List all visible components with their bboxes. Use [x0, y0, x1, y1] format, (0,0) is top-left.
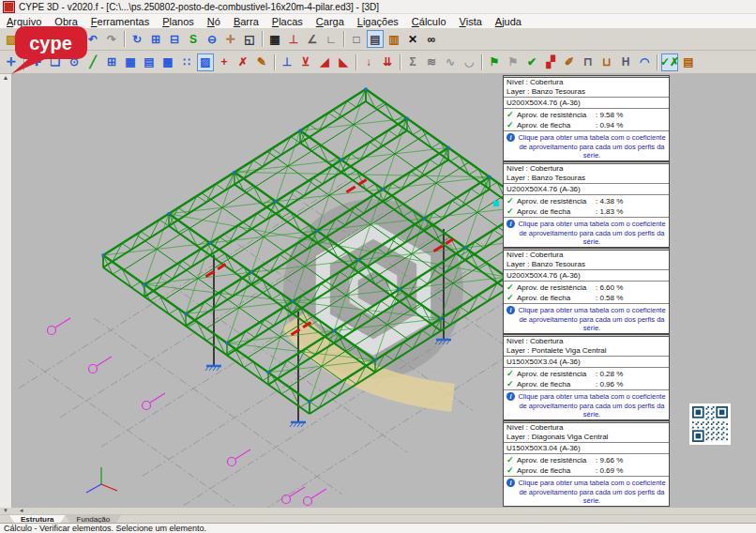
grid-manager-icon[interactable]: ⊞ [103, 53, 120, 71]
card-checks: ✓Aprov. de resistência: 4.38 %✓Aprov. de… [504, 195, 669, 218]
menu-item-ajuda[interactable]: Ajuda [489, 16, 528, 27]
search-icon[interactable]: ∞ [423, 30, 440, 48]
bar-info-card: C: Barra N51/N386 - 1 mNível : Cobertura… [503, 334, 670, 420]
card-check-row: ✓Aprov. de resistência: 4.38 % [507, 196, 666, 206]
info-text: Clique para obter uma tabela com o coefi… [518, 306, 666, 333]
measure-angle-icon[interactable]: ∠ [304, 30, 321, 48]
card-meta-row: Nível : Cobertura [507, 251, 666, 260]
card-check-row: ✓Aprov. de resistência: 6.60 % [507, 282, 666, 293]
surface-load-icon[interactable]: ⇊ [379, 53, 396, 71]
reference-axes-icon[interactable]: ⊥ [285, 30, 302, 48]
card-meta-row: Layer : Banzo Tesouras [507, 174, 666, 183]
menu-item-planos[interactable]: Planos [156, 16, 201, 27]
check-icon: ✓ [507, 120, 517, 130]
pan-up-arrow[interactable]: ▲ [3, 74, 9, 81]
card-meta-row: Layer : Banzo Tesouras [507, 87, 666, 97]
snap-grid-icon[interactable]: ▨ [197, 53, 214, 71]
deflection-limits-icon[interactable]: ◡ [461, 53, 477, 71]
check-label: Aprov. de flecha [517, 379, 596, 389]
sections-view-icon[interactable]: H [617, 53, 634, 71]
support-fixed-icon[interactable]: ⊻ [297, 53, 314, 71]
zoom-previous-icon[interactable]: ⊟ [166, 30, 183, 48]
card-check-row: ✓Aprov. de flecha: 1.83 % [507, 206, 666, 217]
check-value: : 9.66 % [596, 455, 623, 465]
card-check-row: ✓Aprov. de flecha: 0.58 % [507, 293, 666, 303]
card-checks: ✓Aprov. de resistência: 9.58 %✓Aprov. de… [504, 109, 669, 131]
text-window-icon[interactable]: ▤ [367, 30, 384, 48]
add-node-icon[interactable]: + [216, 53, 233, 71]
pan-down-arrow[interactable]: ▼ [3, 508, 8, 513]
title-bar: CYPE 3D - v2020.f - [C:\...\ps.250802-po… [0, 0, 756, 14]
menu-item-ligacoes[interactable]: Ligações [351, 16, 405, 27]
hinge-start-icon[interactable]: ◢ [316, 53, 333, 71]
hinge-end-icon[interactable]: ◣ [335, 53, 352, 71]
card-info-link[interactable]: iClique para obter uma tabela com o coef… [504, 477, 669, 506]
card-info-link[interactable]: iClique para obter uma tabela com o coef… [504, 304, 669, 333]
edit-bar-icon[interactable]: ✎ [253, 53, 270, 71]
card-profile: U200X50X4.76 (A-36) [504, 98, 669, 109]
menu-item-barra[interactable]: Barra [227, 16, 265, 27]
new-window-icon[interactable]: □ [348, 30, 365, 48]
deformed-shape-icon[interactable]: ◠ [636, 53, 653, 71]
card-meta: Nível : CoberturaLayer : Banzo Tesouras [504, 251, 669, 270]
snapshot-icon[interactable]: ▦ [266, 30, 283, 48]
zoom-dynamic-icon[interactable]: S [185, 30, 202, 48]
status-text: Cálculo - Verificar elementos. Selecione… [4, 524, 206, 533]
results-report-icon[interactable]: ▤ [680, 53, 697, 71]
card-meta-row: Layer : Diagonais Viga Central [507, 433, 666, 442]
profile-series-icon[interactable]: ▞ [542, 53, 559, 71]
check-label: Aprov. de flecha [517, 206, 596, 217]
card-check-row: ✓Aprov. de flecha: 0.96 % [507, 379, 666, 389]
describe-profile-icon[interactable]: ⚑ [486, 53, 503, 71]
menu-item-carga[interactable]: Carga [310, 16, 351, 27]
app-icon [3, 1, 15, 13]
toolbar-separator [343, 31, 344, 47]
card-info-link[interactable]: iClique para obter uma tabela com o coef… [504, 131, 669, 160]
check-label: Aprov. de resistência [517, 110, 596, 120]
menu-item-placas[interactable]: Placas [265, 16, 310, 27]
combinations-icon[interactable]: ≋ [423, 53, 440, 71]
menu-item-vista[interactable]: Vista [453, 16, 489, 27]
profile-options-icon[interactable]: ⚑ [505, 53, 522, 71]
point-load-icon[interactable]: ↓ [360, 53, 377, 71]
snap-points-icon[interactable]: ∷ [178, 53, 195, 71]
menu-item-calculo[interactable]: Cálculo [405, 16, 453, 27]
edit-profile-icon[interactable]: ✐ [561, 53, 578, 71]
report-window-icon[interactable]: ▥ [386, 30, 402, 48]
card-info-link[interactable]: iClique para obter uma tabela com o coef… [504, 390, 669, 419]
info-icon: i [507, 306, 515, 314]
delete-node-icon[interactable]: ✗ [234, 53, 251, 71]
buckling-icon[interactable]: ∿ [442, 53, 459, 71]
card-meta-row: Nível : Cobertura [507, 423, 666, 433]
menu-bar: ArquivoObraFerramentasPlanosNóBarraPlaca… [0, 14, 756, 28]
redo-icon[interactable]: ↷ [103, 30, 120, 48]
previous-view-icon[interactable]: ◱ [241, 30, 258, 48]
menu-item-ferramentas[interactable]: Ferramentas [84, 16, 156, 27]
joints-icon[interactable]: ⊓ [580, 53, 597, 71]
card-meta-row: Nível : Cobertura [507, 164, 666, 174]
support-pinned-icon[interactable]: ⊥ [279, 53, 295, 71]
baseplates-icon[interactable]: ⊔ [598, 53, 615, 71]
grid-edit-icon[interactable]: ▦ [122, 53, 139, 71]
verify-elements-icon[interactable]: ✓✗ [661, 53, 678, 71]
check-value: : 4.38 % [596, 196, 623, 206]
grid-3d-icon[interactable]: ▩ [159, 53, 176, 71]
zoom-out-icon[interactable]: ⊖ [204, 30, 220, 48]
toolbar-separator [481, 54, 482, 70]
menu-item-no[interactable]: Nó [201, 16, 227, 27]
check-label: Aprov. de resistência [517, 196, 596, 206]
card-check-row: ✓Aprov. de flecha: 0.69 % [507, 465, 666, 476]
card-info-link[interactable]: iClique para obter uma tabela com o coef… [504, 218, 669, 247]
check-profile-icon[interactable]: ✔ [523, 53, 540, 71]
redraw-icon[interactable]: ↻ [129, 30, 145, 48]
pan-icon[interactable]: ✛ [222, 30, 239, 48]
grid-planes-icon[interactable]: ▤ [141, 53, 158, 71]
pan-left-arrow[interactable]: ◄ [19, 508, 24, 513]
card-meta: Nível : CoberturaLayer : Pontalete Viga … [504, 337, 669, 357]
svg-text:cype: cype [29, 33, 72, 53]
orthogonal-mode-icon[interactable]: ∟ [323, 30, 340, 48]
left-pan-strip: ▲ [0, 74, 12, 508]
zoom-window-icon[interactable]: ⊞ [147, 30, 164, 48]
load-cases-icon[interactable]: Σ [404, 53, 421, 71]
delete-icon[interactable]: ✕ [404, 30, 421, 48]
